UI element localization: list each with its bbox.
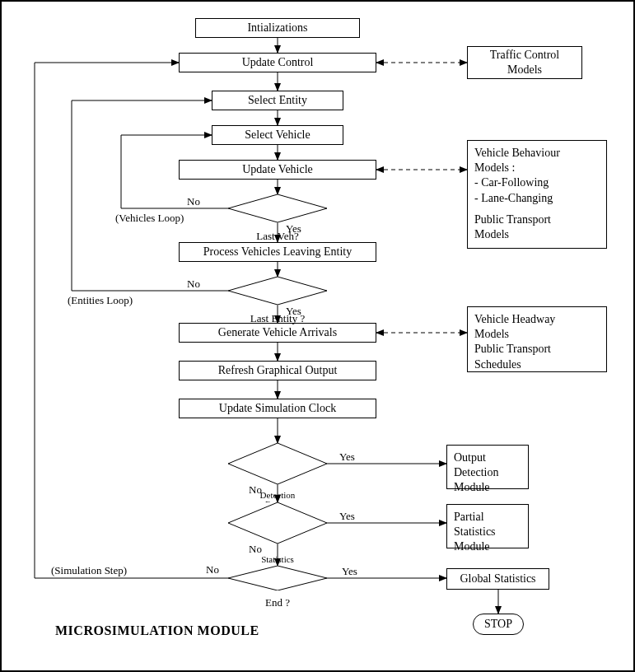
traffic-l1: Traffic Control xyxy=(490,48,559,63)
decision-detection-report: Detection Report ? xyxy=(228,443,327,484)
stats-l1: Statistics xyxy=(261,554,294,564)
annotation-headway: Vehicle Headway Models Public Transport … xyxy=(467,306,607,372)
terminator-stop: STOP xyxy=(473,614,524,635)
annotation-vehicle-behaviour: Vehicle Behaviour Models : - Car-Followi… xyxy=(467,140,607,249)
svg-marker-20 xyxy=(228,194,327,222)
label-no-lastentity: No xyxy=(187,278,200,291)
hw-l3: Public Transport xyxy=(474,342,551,357)
label-yes-end: Yes xyxy=(342,565,357,578)
label-no-stats: No xyxy=(249,543,262,556)
traffic-l2: Models xyxy=(507,63,542,77)
vb-l3: - Car-Following xyxy=(474,175,549,190)
svg-marker-22 xyxy=(228,443,327,484)
vb-l2: Models : xyxy=(474,161,515,175)
decision-end-label: End ? xyxy=(228,590,327,615)
flowchart-container: Intializations Update Control Select Ent… xyxy=(0,0,635,672)
module-title: MICROSIMULATION MODULE xyxy=(55,623,259,638)
partial-stats-l3: Module xyxy=(454,539,490,554)
box-partial-stats: Partial Statistics Module xyxy=(446,504,529,548)
box-update-clock: Update Simulation Clock xyxy=(179,399,376,418)
box-select-entity: Select Entity xyxy=(212,91,343,110)
label-yes-lastveh: Yes xyxy=(286,222,301,236)
decision-statistics-report: Statistics Report ? xyxy=(228,502,327,544)
box-initializations: Intializations xyxy=(195,18,360,38)
label-yes-detection: Yes xyxy=(339,450,355,464)
label-yes-stats: Yes xyxy=(339,510,355,523)
decision-end: End ? xyxy=(228,566,327,590)
label-no-detection: No xyxy=(249,483,262,497)
label-vehicles-loop: (Vehicles Loop) xyxy=(115,212,184,225)
partial-stats-l1: Partial xyxy=(454,510,484,525)
label-no-lastveh: No xyxy=(187,195,200,208)
hw-l2: Models xyxy=(474,327,509,342)
box-update-control: Update Control xyxy=(179,53,376,72)
box-global-stats: Global Statistics xyxy=(446,568,549,590)
detection-l1: Detection xyxy=(260,491,296,501)
out-detection-l1: Output xyxy=(454,450,486,465)
out-detection-l3: Module xyxy=(454,480,490,495)
vb-l1: Vehicle Behaviour xyxy=(474,146,560,161)
svg-marker-24 xyxy=(228,566,327,590)
hw-l4: Schedules xyxy=(474,357,521,372)
label-entities-loop: (Entities Loop) xyxy=(68,294,133,307)
box-refresh-graphical: Refresh Graphical Output xyxy=(179,361,376,380)
vb-l6: Models xyxy=(474,227,509,242)
box-update-vehicle: Update Vehicle xyxy=(179,160,376,180)
svg-marker-21 xyxy=(228,277,327,305)
out-detection-l2: Detection xyxy=(454,465,498,480)
box-select-vehicle: Select Vehicle xyxy=(212,125,343,145)
vb-l4: - Lane-Changing xyxy=(474,191,553,206)
decision-last-veh: Last Veh? xyxy=(228,194,327,222)
box-process-leaving: Process Vehicles Leaving Entity xyxy=(179,242,376,262)
hw-l1: Vehicle Headway xyxy=(474,312,555,327)
label-no-end: No xyxy=(206,563,219,576)
decision-last-entity: Last Entity ? xyxy=(228,277,327,305)
svg-marker-23 xyxy=(228,502,327,544)
box-generate-arrivals: Generate Vehicle Arrivals xyxy=(179,323,376,343)
vb-l5: Public Transport xyxy=(474,212,551,227)
annotation-traffic-control: Traffic Control Models xyxy=(467,46,582,79)
box-output-detection: Output Detection Module xyxy=(446,445,529,489)
partial-stats-l2: Statistics xyxy=(454,525,496,539)
label-yes-lastentity: Yes xyxy=(286,305,301,318)
label-simulation-step: (Simulation Step) xyxy=(51,564,127,577)
